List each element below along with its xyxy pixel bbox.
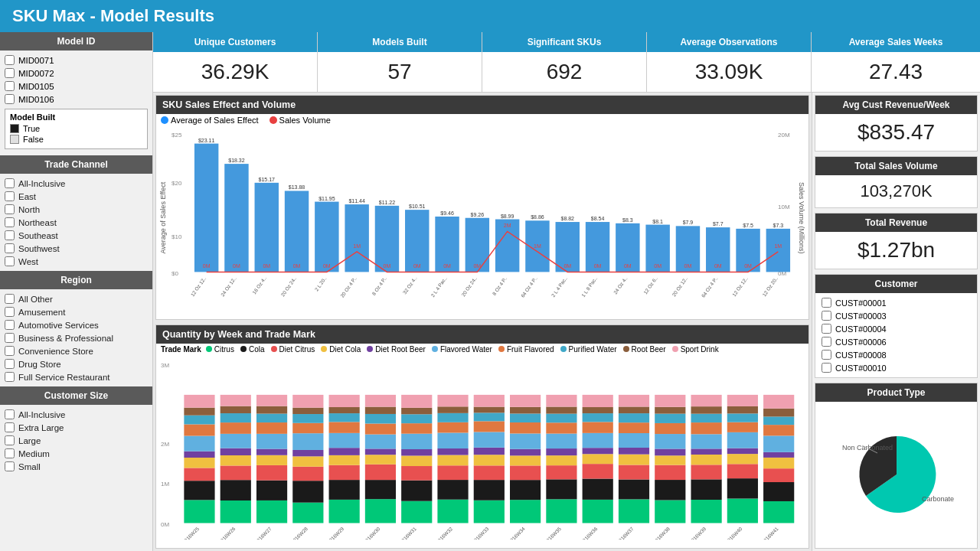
bar-label: $18.32 [228,158,245,163]
volume-label: 0M [233,263,240,269]
qty-bar-segment [691,434,721,448]
bar-label: $8.99 [501,214,514,219]
qty-bar-segment [365,434,396,448]
volume-label: 1M [774,243,782,249]
model-id-checkbox[interactable] [5,81,15,91]
region-checkbox[interactable] [5,320,15,330]
customer-checkbox[interactable] [822,311,831,321]
customer-checkbox[interactable] [822,363,831,373]
trade-channel-checkbox[interactable] [5,204,15,214]
trade-channel-checkbox[interactable] [5,217,15,227]
bar-x-label: 1 L 8 Pac.. [580,276,599,298]
qty-bar-segment [727,448,758,454]
qty-bar-segment [691,394,721,406]
model-built-legend-item: False [10,135,142,144]
page-title: SKU Max - Model Results [12,6,214,25]
svg-text:0M: 0M [161,520,169,527]
volume-label: 0M [473,263,481,269]
qty-legend-item: Cola [240,345,265,354]
qty-bar-segment [546,394,577,406]
customer-size-checkbox[interactable] [5,461,15,471]
qty-legend-item: Root Beer [623,345,666,354]
qty-bar-segment [583,464,613,478]
qty-bar-segment [510,422,541,433]
qty-bar-segment [220,448,251,455]
bar-x-label: 64 Oz 4 P.. [520,276,538,298]
qty-bar-segment [184,481,214,500]
week-label: 2016W39 [688,525,707,540]
qty-bar-segment [437,480,468,500]
qty-bar-segment [474,432,505,447]
region-checkbox[interactable] [5,333,15,343]
qty-bar-segment [184,435,214,451]
region-checkbox[interactable] [5,346,15,356]
customer-checkbox[interactable] [822,324,831,334]
qty-bar-segment [184,415,214,424]
qty-bar-segment [256,413,287,422]
right-side-panel: Avg Cust Revenue/Week $835.47 Total Sale… [812,93,980,551]
customer-checkbox[interactable] [822,337,831,347]
qty-bar-segment [763,452,794,457]
volume-label: 0M [684,263,692,269]
customer-size-checkbox[interactable] [5,448,15,458]
model-id-header: Model ID [0,32,152,51]
region-checkbox[interactable] [5,294,15,304]
trade-channel-checkbox[interactable] [5,191,15,201]
non-carbonated-label: Non Carbonated [842,444,893,452]
qty-bar-segment [292,422,323,432]
trade-channel-checkbox[interactable] [5,230,15,240]
qty-bar-segment [583,407,613,413]
week-label: 2016W32 [435,525,454,540]
model-built-legend: Model Built TrueFalse [5,109,148,149]
customer-size-checkbox[interactable] [5,435,15,445]
qty-bar-segment [546,433,577,448]
region-checkbox[interactable] [5,372,15,382]
trade-channel-item: East [5,190,148,203]
model-id-checkbox[interactable] [5,55,15,65]
qty-bar-segment [510,500,541,523]
qty-bar-segment [474,421,505,432]
qty-bar-segment [292,481,323,502]
qty-bar-segment [365,455,396,465]
customer-section-header: Customer [815,275,977,293]
volume-label: 1M [534,243,541,249]
customer-checkbox[interactable] [822,298,831,308]
region-checkbox[interactable] [5,359,15,369]
customer-size-header: Customer Size [0,386,152,405]
qty-bar-segment [619,499,649,523]
region-checkbox[interactable] [5,307,15,317]
sku-chart-section: SKU Sales Effect and Volume Average of S… [155,95,809,320]
qty-bar-segment [510,448,541,455]
qty-legend-item: Diet Cola [321,345,361,354]
qty-bar-segment [256,433,287,448]
customer-size-checkbox[interactable] [5,409,15,419]
bar-label: $23.11 [198,138,215,143]
model-id-checkbox[interactable] [5,68,15,78]
trade-channel-checkbox[interactable] [5,256,15,266]
volume-label: 0M [714,263,722,269]
svg-text:$25: $25 [172,132,182,139]
customer-checkbox[interactable] [822,350,831,360]
qty-bar-segment [401,449,432,455]
model-id-label: MID0106 [18,95,54,104]
bar-label: $8.82 [560,216,574,221]
trade-channel-item: Southwest [5,242,148,255]
qty-bar-segment [292,449,323,455]
model-id-item: MID0071 [5,54,148,67]
trade-channel-checkbox[interactable] [5,243,15,253]
bar-x-label: 12 Oz 12.. [190,276,207,298]
qty-bar-segment [763,394,794,408]
qty-bar-segment [365,406,396,413]
trade-channel-checkbox[interactable] [5,178,15,188]
customer-size-item: Small [5,460,148,473]
qty-bars-svg: 3M2M1M0M2016W252016W262016W272016W282016… [159,357,805,540]
qty-legend-dot [240,346,247,352]
bar-x-label: 12 Oz 6.. [642,276,658,295]
model-id-checkbox[interactable] [5,94,15,104]
total-revenue-value: $1.27bn [815,232,977,269]
qty-chart-body: 3M2M1M0M2016W252016W262016W272016W282016… [156,355,808,542]
customer-size-checkbox[interactable] [5,422,15,432]
qty-bar-segment [691,406,721,414]
kpi-row: Unique Customers 36.29K Models Built 57 … [153,32,980,93]
customer-size-label: Extra Large [18,423,64,432]
